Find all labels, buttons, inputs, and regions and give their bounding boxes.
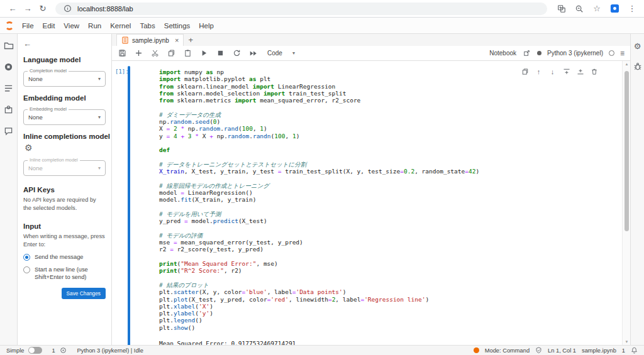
kernel-idle-icon[interactable]: [609, 50, 614, 56]
move-cell-up-icon[interactable]: ↑: [535, 67, 543, 75]
bookmark-star-icon[interactable]: ☆: [591, 3, 602, 14]
notifications-count[interactable]: 1: [622, 347, 625, 354]
run-cell-icon[interactable]: [199, 48, 209, 58]
menu-kernel[interactable]: Kernel: [106, 18, 135, 34]
code-cell[interactable]: [1]: import numpy as npimport matplotlib…: [115, 66, 611, 345]
toolbar-menu-icon[interactable]: ≡: [620, 49, 625, 58]
radio-selected-icon[interactable]: [23, 254, 30, 261]
insert-cell-below-icon[interactable]: [576, 67, 584, 75]
panel-back-icon[interactable]: ←: [23, 39, 106, 48]
code-line[interactable]: plt.ylabel('y'): [159, 310, 609, 317]
move-cell-down-icon[interactable]: ↓: [548, 67, 557, 75]
command-mode-text[interactable]: Mode: Command: [485, 347, 530, 354]
extension-manager-icon[interactable]: [3, 104, 14, 115]
table-of-contents-icon[interactable]: [3, 83, 14, 94]
code-line[interactable]: # モデルを用いて予測: [159, 210, 609, 217]
menu-file[interactable]: File: [18, 18, 38, 34]
menu-run[interactable]: Run: [84, 18, 106, 34]
code-line[interactable]: plt.plot(X_test, y_pred, color='red', li…: [159, 296, 609, 303]
code-line[interactable]: plt.legend(): [159, 317, 609, 324]
restart-kernel-icon[interactable]: [232, 48, 242, 58]
tab-close-icon[interactable]: ×: [175, 36, 179, 44]
code-line[interactable]: print("Mean Squared Error:", mse): [159, 260, 609, 267]
running-kernels-icon[interactable]: [3, 62, 14, 72]
menu-edit[interactable]: Edit: [38, 18, 60, 34]
notebook-tools-label[interactable]: Notebook: [489, 50, 516, 57]
cursor-position[interactable]: Ln 1, Col 1: [548, 347, 576, 354]
new-tab-button[interactable]: +: [184, 34, 197, 46]
sessions-count[interactable]: 1: [52, 347, 55, 354]
file-browser-icon[interactable]: [3, 40, 14, 51]
completion-model-select[interactable]: Completion model None ▾: [23, 71, 106, 87]
code-line[interactable]: print("R^2 Score:", r2): [159, 267, 609, 274]
code-line[interactable]: import matplotlib.pyplot as plt: [159, 75, 609, 82]
insert-cell-above-icon[interactable]: [562, 67, 570, 75]
tab-sample-ipynb[interactable]: sample.ipynb ×: [116, 34, 184, 46]
code-line[interactable]: [159, 253, 609, 260]
address-bar[interactable]: localhost:8888/lab: [55, 3, 547, 15]
zoom-icon[interactable]: [574, 3, 585, 14]
code-line[interactable]: [159, 139, 609, 146]
paste-cells-icon[interactable]: [183, 48, 192, 58]
scroll-down-icon[interactable]: ▼: [623, 340, 630, 344]
kernel-indicator-icon[interactable]: [537, 51, 541, 55]
inline-settings-gear-icon[interactable]: ⚙: [25, 143, 106, 153]
property-inspector-gear-icon[interactable]: ⚙: [634, 41, 641, 51]
sessions-icon[interactable]: [60, 347, 67, 354]
menu-view[interactable]: View: [59, 18, 84, 34]
code-line[interactable]: plt.show(): [159, 324, 609, 331]
restart-run-all-icon[interactable]: [248, 48, 258, 58]
code-line[interactable]: # ダミーデータの生成: [159, 111, 609, 118]
code-line[interactable]: from sklearn.metrics import mean_squared…: [159, 97, 609, 104]
extension-icon[interactable]: [609, 3, 620, 14]
embedding-model-select[interactable]: Embedding model None ▾: [23, 109, 106, 125]
code-line[interactable]: [159, 275, 609, 281]
cell-type-dropdown[interactable]: Code ▾: [267, 50, 295, 57]
code-line[interactable]: [159, 225, 609, 232]
code-line[interactable]: from sklearn.model_selection import trai…: [159, 90, 609, 97]
notebook-scrollbar[interactable]: ▲ ▼: [622, 61, 630, 345]
duplicate-cell-icon[interactable]: [521, 67, 529, 75]
external-link-icon[interactable]: [522, 48, 531, 58]
save-changes-button[interactable]: Save Changes: [62, 288, 106, 299]
code-line[interactable]: r2 = r2_score(y_test, y_pred): [159, 246, 609, 253]
code-line[interactable]: plt.xlabel('X'): [159, 303, 609, 310]
scrollbar-thumb[interactable]: [625, 71, 629, 231]
chat-icon[interactable]: [3, 126, 14, 136]
code-line[interactable]: # データをトレーニングセットとテストセットに分割: [159, 161, 609, 168]
code-line[interactable]: # 線形回帰モデルの作成とトレーニング: [159, 182, 609, 189]
kernel-status-text[interactable]: Python 3 (ipykernel) | Idle: [77, 347, 143, 354]
translate-icon[interactable]: [556, 3, 567, 14]
notebook-panel[interactable]: [1]: import numpy as npimport matplotlib…: [112, 61, 630, 345]
code-line[interactable]: [159, 204, 609, 210]
save-icon[interactable]: [118, 48, 127, 58]
menu-tabs[interactable]: Tabs: [135, 18, 159, 34]
menu-help[interactable]: Help: [194, 18, 218, 34]
code-line[interactable]: def: [159, 146, 609, 153]
simple-mode-toggle[interactable]: [28, 347, 42, 354]
code-editor[interactable]: import numpy as npimport matplotlib.pypl…: [130, 66, 611, 334]
browser-forward-icon[interactable]: →: [21, 3, 34, 15]
stop-kernel-icon[interactable]: [216, 48, 225, 58]
code-line[interactable]: X = 2 * np.random.rand(100, 1): [159, 125, 609, 132]
radio-unselected-icon[interactable]: [23, 266, 30, 273]
site-info-icon[interactable]: [62, 3, 73, 14]
kernel-name[interactable]: Python 3 (ipykernel): [547, 50, 603, 57]
code-line[interactable]: [159, 175, 609, 182]
code-line[interactable]: from sklearn.linear_model import LinearR…: [159, 83, 609, 90]
radio-new-line[interactable]: Start a new line (use Shift+Enter to sen…: [23, 266, 106, 281]
delete-cell-icon[interactable]: [590, 67, 598, 75]
insert-cell-icon[interactable]: [134, 48, 143, 58]
code-line[interactable]: y_pred = model.predict(X_test): [159, 217, 609, 224]
copy-cells-icon[interactable]: [167, 48, 176, 58]
code-line[interactable]: model.fit(X_train, y_train): [159, 196, 609, 203]
inline-completion-select[interactable]: Inline completion model None ▾: [23, 160, 106, 176]
browser-menu-icon[interactable]: ⋮: [626, 3, 638, 14]
code-line[interactable]: y = 4 + 3 * X + np.random.randn(100, 1): [159, 133, 609, 139]
notifications-bell-icon[interactable]: [631, 347, 638, 354]
code-line[interactable]: X_train, X_test, y_train, y_test = train…: [159, 168, 609, 175]
code-line[interactable]: np.random.seed(0): [159, 118, 609, 125]
browser-back-icon[interactable]: ←: [6, 3, 19, 15]
code-line[interactable]: [159, 104, 609, 111]
radio-send-message[interactable]: Send the message: [23, 253, 106, 261]
